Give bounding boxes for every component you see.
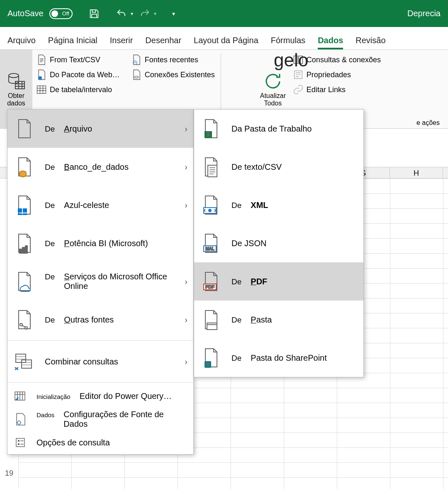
svg-rect-11 — [23, 208, 27, 213]
tab-inserir[interactable]: Inserir — [110, 36, 133, 49]
text-icon — [200, 156, 222, 178]
chevron-right-icon: › — [185, 124, 187, 134]
folder-icon — [200, 308, 222, 331]
combine-icon — [13, 350, 36, 373]
from-file-submenu: XDa Pasta de TrabalhoDe texto/CSVDeXMLMA… — [194, 109, 364, 377]
database-table-icon — [6, 71, 26, 91]
col-header-h[interactable]: H — [390, 167, 443, 178]
link-icon — [292, 84, 304, 95]
chevron-right-icon: › — [185, 162, 187, 172]
gear-doc-icon — [13, 412, 27, 426]
autosave-label: AutoSave — [7, 9, 44, 18]
submenu-item-folder[interactable]: DePasta — [194, 301, 363, 339]
json-icon: MAL — [200, 232, 222, 254]
svg-rect-19 — [16, 354, 26, 362]
svg-rect-28 — [208, 165, 217, 177]
menu-item-other[interactable]: DeOutras fontes› — [7, 301, 193, 339]
properties-icon — [292, 69, 304, 81]
svg-rect-3 — [37, 86, 46, 94]
get-data-menu: DeArquivo›DeBanco_de_dados›DeAzul-celest… — [7, 109, 194, 455]
connections-file-icon — [131, 69, 142, 81]
redo-icon[interactable] — [139, 8, 151, 20]
text-file-icon — [36, 54, 47, 66]
options-icon — [13, 435, 27, 450]
chevron-right-icon: › — [185, 200, 187, 210]
undo-dropdown[interactable]: ▾ — [131, 11, 133, 17]
tab-dados[interactable]: Dados — [318, 36, 343, 49]
azure-icon — [13, 194, 36, 216]
svg-text:X: X — [207, 132, 210, 137]
svg-point-30 — [208, 209, 212, 212]
submenu-item-excel[interactable]: XDa Pasta de Trabalho — [194, 110, 363, 148]
svg-rect-12 — [18, 213, 22, 215]
svg-rect-20 — [22, 360, 32, 368]
svg-point-5 — [134, 76, 138, 78]
editar-links-button[interactable]: Editar Links — [292, 82, 382, 97]
svg-point-0 — [9, 73, 19, 78]
submenu-item-json[interactable]: MALDe JSON — [194, 224, 363, 262]
svg-rect-10 — [18, 208, 22, 213]
svg-rect-13 — [23, 213, 27, 215]
sharepoint-icon: S — [200, 347, 222, 369]
save-icon[interactable] — [88, 8, 100, 20]
qat-customize-icon[interactable]: ▾ — [172, 10, 175, 17]
menu-item-launch[interactable]: InicializaçãoEditor do Power Query… — [7, 384, 193, 408]
undo-icon[interactable] — [116, 8, 127, 20]
excel-icon: X — [200, 117, 222, 140]
menu-item-powerbi[interactable]: DePotência BI (Microsoft) — [7, 224, 193, 262]
svg-point-24 — [18, 440, 19, 442]
svg-rect-14 — [19, 249, 22, 253]
recent-file-icon — [131, 54, 142, 66]
powerbi-icon — [13, 232, 36, 254]
xml-icon — [200, 194, 222, 216]
tab-formulas[interactable]: Fórmulas — [271, 36, 305, 49]
svg-text:MAL: MAL — [205, 247, 214, 251]
tab-arquivo[interactable]: Arquivo — [7, 36, 36, 49]
conexoes-existentes-button[interactable]: Conexões Existentes — [130, 67, 216, 82]
cloud-icon — [13, 270, 36, 293]
table-icon — [36, 84, 47, 95]
menu-item-combine[interactable]: Combinar consultas› — [7, 342, 193, 381]
web-icon — [36, 69, 47, 81]
other-icon — [13, 308, 36, 331]
tab-desenhar[interactable]: Desenhar — [145, 36, 181, 49]
svg-point-25 — [18, 444, 19, 445]
ribbon-tabs: Arquivo Página Inicial Inserir Desenhar … — [0, 27, 448, 50]
tab-revisao[interactable]: Revisão — [355, 36, 385, 49]
from-table-range-button[interactable]: De tabela/intervalo — [35, 82, 121, 97]
svg-rect-35 — [207, 323, 217, 330]
fontes-recentes-button[interactable]: Fontes recentes — [130, 52, 216, 67]
tab-pagina-inicial[interactable]: Página Inicial — [48, 36, 97, 49]
gelo-text: gelo — [274, 50, 308, 71]
redo-dropdown[interactable]: ▾ — [154, 11, 156, 17]
menu-item-cloud[interactable]: DeServiços do Microsoft Office Online› — [7, 262, 193, 301]
menu-item-file[interactable]: DeArquivo› — [7, 110, 193, 148]
from-text-csv-button[interactable]: From Text/CSV — [35, 52, 121, 67]
tab-layout[interactable]: Layout da Página — [194, 36, 258, 49]
svg-rect-1 — [15, 81, 24, 89]
row-header-19[interactable]: 19 — [0, 469, 18, 478]
title-bar: AutoSave Off ▾ ▾ ▾ Deprecia — [0, 0, 448, 27]
chevron-right-icon: › — [185, 357, 187, 367]
menu-item-azure[interactable]: DeAzul-celeste› — [7, 186, 193, 224]
chevron-right-icon: › — [185, 315, 187, 325]
menu-item-gear-doc[interactable]: DadosConfigurações de Fonte de Dados — [7, 408, 193, 431]
menu-item-database[interactable]: DeBanco_de_dados› — [7, 148, 193, 186]
menu-item-options[interactable]: Opções de consulta — [7, 431, 193, 454]
autosave-toggle[interactable]: Off — [49, 8, 73, 19]
svg-rect-15 — [22, 247, 24, 253]
group-label-acoes: e ações — [416, 119, 440, 127]
refresh-icon — [263, 71, 283, 91]
launch-icon — [13, 389, 27, 403]
svg-rect-23 — [16, 438, 24, 447]
svg-text:PDF: PDF — [205, 284, 214, 289]
svg-text:S: S — [206, 362, 209, 367]
pdf-icon: PDF — [200, 270, 222, 293]
submenu-item-pdf[interactable]: PDFDePDF — [194, 262, 363, 301]
file-icon — [13, 117, 36, 140]
from-web-button[interactable]: Do Pacote da Web… — [35, 67, 121, 82]
doc-title: Deprecia — [407, 9, 441, 18]
submenu-item-text[interactable]: De texto/CSV — [194, 148, 363, 186]
submenu-item-xml[interactable]: DeXML — [194, 186, 363, 224]
submenu-item-sharepoint[interactable]: SDePasta do SharePoint — [194, 339, 363, 377]
